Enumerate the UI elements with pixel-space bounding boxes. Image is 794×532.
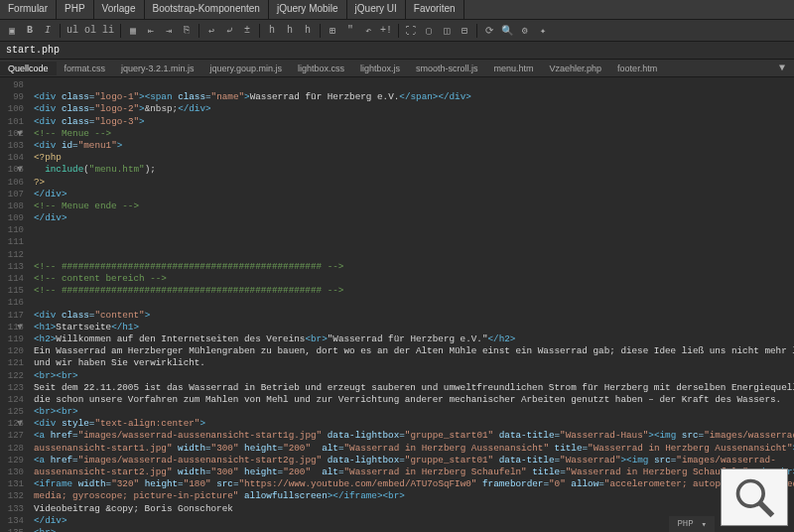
code-line[interactable]: <div id="menu1"> <box>34 140 790 152</box>
code-line[interactable]: aussenansicht-start1.jpg" width="300" he… <box>34 443 790 455</box>
line-number: 110 <box>4 224 24 236</box>
code-line[interactable] <box>34 249 790 261</box>
code-line[interactable] <box>34 297 790 309</box>
fullscreen-icon[interactable]: ⛶ <box>403 23 419 39</box>
code-line[interactable] <box>34 236 790 248</box>
subtab-lightbox.js[interactable]: lightbox.js <box>352 62 408 75</box>
li-icon[interactable]: li <box>100 23 116 39</box>
subtab-menu.htm[interactable]: menu.htm <box>486 62 542 75</box>
ul-icon[interactable]: ul <box>65 23 80 39</box>
indent-icon[interactable]: ⇥ <box>161 23 177 39</box>
separator <box>259 24 260 38</box>
subtab-format.css[interactable]: format.css <box>57 62 114 75</box>
code-icon[interactable]: +! <box>378 23 394 39</box>
code-line[interactable]: Ein Wasserrad am Herzberger Mühlengraben… <box>34 345 790 357</box>
italic-icon[interactable]: I <box>40 23 56 39</box>
code-line[interactable] <box>34 79 790 91</box>
subtab-footer.htm[interactable]: footer.htm <box>609 62 665 75</box>
code-line[interactable]: <h2>Willkommen auf den Internetseiten de… <box>34 333 790 345</box>
tab-formular[interactable]: Formular <box>0 0 57 19</box>
code-line[interactable]: <br><br> <box>34 406 790 418</box>
h3-icon[interactable]: h <box>300 23 316 39</box>
code-line[interactable]: <!-- ###################################… <box>34 285 790 297</box>
br-icon[interactable]: ⤶ <box>221 23 237 39</box>
tab-jquery mobile[interactable]: jQuery Mobile <box>269 0 347 19</box>
refresh-icon[interactable]: ⟳ <box>481 23 497 39</box>
wrap-icon[interactable]: ↩ <box>203 23 219 39</box>
tab-php[interactable]: PHP <box>57 0 94 19</box>
undo-icon[interactable]: ↶ <box>360 23 376 39</box>
tab-vorlage[interactable]: Vorlage <box>94 0 145 19</box>
code-editor[interactable]: 98 99 100 101 ▼102 103 104 ▼105 106 107 … <box>0 77 794 532</box>
code-line[interactable]: ?> <box>34 177 790 189</box>
code-line[interactable]: Seit dem 22.11.2005 ist das Wasserrad in… <box>34 382 790 394</box>
code-line[interactable]: <div class="logo-2">&nbsp;</div> <box>34 103 790 115</box>
wrench-icon[interactable]: ⚙ <box>517 23 533 39</box>
h1-icon[interactable]: h <box>264 23 280 39</box>
code-line[interactable]: <iframe width="320" height="180" src="ht… <box>34 478 790 490</box>
code-line[interactable]: <!-- content bereich --> <box>34 273 790 285</box>
filter-icon[interactable]: ▼ <box>776 63 788 74</box>
file-tab[interactable]: start.php <box>0 42 794 60</box>
code-line[interactable] <box>34 224 790 236</box>
code-line[interactable]: und wir haben Sie verwirklicht. <box>34 357 790 369</box>
code-line[interactable]: <br><br> <box>34 370 790 382</box>
code-line[interactable]: aussenansicht-start2.jpg" width="300" he… <box>34 466 790 478</box>
code-line[interactable]: <h1>Startseite</h1> <box>34 322 790 333</box>
code-line[interactable]: <!-- Menue --> <box>34 128 790 140</box>
ol-icon[interactable]: ol <box>82 23 98 39</box>
code-line[interactable]: <div class="logo-1"><span class="name">W… <box>34 91 790 103</box>
code-area[interactable]: <div class="logo-1"><span class="name">W… <box>30 77 794 532</box>
outdent-icon[interactable]: ⇤ <box>143 23 159 39</box>
line-number: 104 ▼ <box>4 152 24 164</box>
line-number: 125 ▼ <box>4 406 24 418</box>
subtab-lightbox.css[interactable]: lightbox.css <box>290 62 352 75</box>
tab-favoriten[interactable]: Favoriten <box>406 0 464 19</box>
code-line[interactable]: <div class="content"> <box>34 310 790 322</box>
search-icon[interactable]: 🔍 <box>499 23 515 39</box>
window-icon[interactable]: ▢ <box>421 23 437 39</box>
comment-icon[interactable]: ⊞ <box>325 23 340 39</box>
status-dropdown-icon[interactable]: ▾ <box>702 519 707 530</box>
bold-icon[interactable]: B <box>22 23 38 39</box>
subtab-jquery.goup.min.js[interactable]: jquery.goup.min.js <box>202 62 290 75</box>
code-line[interactable]: <div style="text-align:center"> <box>34 418 790 430</box>
separator <box>320 24 321 38</box>
magnifier-overlay[interactable] <box>721 468 788 526</box>
subtab-Quellcode[interactable]: Quellcode <box>0 62 57 75</box>
code-line[interactable]: Videobeitrag &copy; Boris Gonschorek <box>34 503 790 515</box>
split-icon[interactable]: ◫ <box>439 23 455 39</box>
code-line[interactable]: die schon unsere Vorfahren zum Mahlen vo… <box>34 394 790 406</box>
nbsp-icon[interactable]: ± <box>239 23 255 39</box>
code-line[interactable]: <a href="images/wasserrad-aussenansicht-… <box>34 430 790 442</box>
subtab-Vzaehler.php[interactable]: Vzaehler.php <box>542 62 610 75</box>
img-icon[interactable]: ▣ <box>4 23 20 39</box>
code-line[interactable]: <div class="logo-3"> <box>34 116 790 128</box>
line-number: 118 <box>4 322 24 333</box>
subtab-smooth-scroll.js[interactable]: smooth-scroll.js <box>408 62 486 75</box>
code-line[interactable]: </div> <box>34 189 790 200</box>
subtab-jquery-3.2.1.min.js[interactable]: jquery-3.2.1.min.js <box>113 62 202 75</box>
code-line[interactable]: </div> <box>34 212 790 224</box>
quote-icon[interactable]: " <box>342 23 358 39</box>
heading-icon[interactable]: ▦ <box>125 23 141 39</box>
line-number: 131 <box>4 478 24 490</box>
line-number: 123 <box>4 382 24 394</box>
code-line[interactable]: <?php <box>34 152 790 164</box>
code-line[interactable]: <!-- Menue ende --> <box>34 200 790 212</box>
settings-icon[interactable]: ✦ <box>535 23 551 39</box>
code-line[interactable]: <a href="images/wasserrad-aussenansicht-… <box>34 455 790 466</box>
status-bar: PHP ▾ <box>669 516 715 532</box>
tab-jquery ui[interactable]: jQuery UI <box>347 0 406 19</box>
code-line[interactable]: media; gyroscope; picture-in-picture" al… <box>34 490 790 502</box>
link-icon[interactable]: ⎘ <box>179 23 195 39</box>
code-line[interactable]: include("menu.htm"); <box>34 164 790 176</box>
code-line[interactable]: <!-- ###################################… <box>34 261 790 273</box>
collapse-icon[interactable]: ⊟ <box>457 23 472 39</box>
h2-icon[interactable]: h <box>282 23 298 39</box>
line-number: 109 <box>4 212 24 224</box>
tab-bootstrap-komponenten[interactable]: Bootstrap-Komponenten <box>145 0 269 19</box>
line-number: 99 <box>4 91 24 103</box>
top-tabbar: FormularPHPVorlageBootstrap-Komponentenj… <box>0 0 794 20</box>
separator <box>398 24 399 38</box>
